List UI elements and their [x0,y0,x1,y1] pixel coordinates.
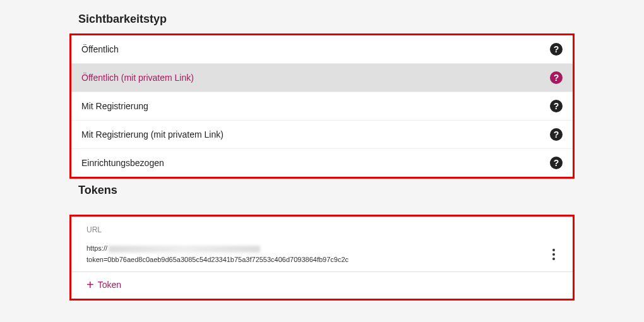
visibility-option-label: Einrichtungsbezogen [81,158,164,168]
token-row: https:// token=0bb76aed8c0aeb9d65a3085c5… [71,239,573,272]
add-token-label: Token [98,280,121,290]
visibility-option-institution[interactable]: Einrichtungsbezogen ? [71,149,573,177]
help-icon[interactable]: ? [550,128,563,141]
visibility-highlight-box: Öffentlich ? Öffentlich (mit privatem Li… [69,33,575,179]
visibility-option-public-private-link[interactable]: Öffentlich (mit privatem Link) ? [71,64,573,92]
visibility-option-registration[interactable]: Mit Registrierung ? [71,92,573,121]
tokens-highlight-box: URL https:// token=0bb76aed8c0aeb9d65a30… [69,215,575,301]
visibility-option-label: Öffentlich [81,44,119,54]
help-icon[interactable]: ? [550,71,563,84]
visibility-option-public[interactable]: Öffentlich ? [71,35,573,64]
help-icon[interactable]: ? [550,100,563,112]
visibility-option-registration-private-link[interactable]: Mit Registrierung (mit privatem Link) ? [71,121,573,149]
visibility-option-label: Mit Registrierung (mit privatem Link) [81,129,224,140]
visibility-section: Sichtbarkeitstyp Öffentlich ? Öffentlich… [69,13,575,179]
tokens-header: URL [71,217,573,239]
more-menu-icon[interactable] [546,247,561,262]
tokens-title: Tokens [69,184,575,197]
add-token-button[interactable]: + Token [71,272,573,299]
plus-icon: + [86,278,94,291]
help-icon[interactable]: ? [550,157,563,169]
redacted-url-part [109,246,260,253]
token-url: https:// token=0bb76aed8c0aeb9d65a3085c5… [86,243,546,265]
tokens-section: Tokens URL https:// token=0bb76aed8c0aeb… [69,184,575,301]
visibility-list: Öffentlich ? Öffentlich (mit privatem Li… [71,35,573,177]
visibility-option-label: Mit Registrierung [81,101,148,111]
visibility-option-label: Öffentlich (mit privatem Link) [81,73,194,83]
visibility-title: Sichtbarkeitstyp [69,13,575,26]
help-icon[interactable]: ? [550,43,563,56]
